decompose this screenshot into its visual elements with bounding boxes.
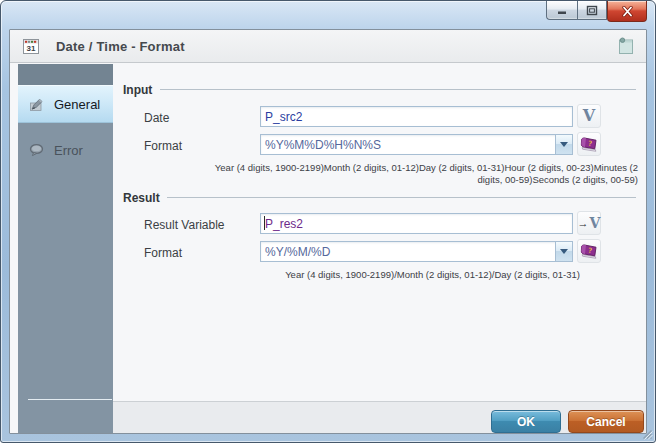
result-group-title: Result (123, 191, 160, 205)
window-controls (546, 1, 647, 23)
sidebar-top-band (18, 64, 113, 85)
chevron-down-icon (560, 249, 568, 254)
dialog-window: 31 Date / Time - Format General (0, 0, 656, 443)
resize-grip[interactable] (640, 427, 653, 440)
result-variable-label: Result Variable (144, 218, 224, 232)
minimize-button[interactable] (546, 1, 577, 20)
assign-arrow-icon: → (578, 218, 589, 229)
sidebar-item-error[interactable]: Error (18, 131, 113, 169)
dialog-title: Date / Time - Format (56, 39, 185, 54)
result-format-value: %Y/%M/%D (261, 245, 555, 259)
assign-variable-button[interactable]: →V (577, 211, 601, 235)
speech-bubble-icon (28, 142, 45, 159)
dropdown-button[interactable] (555, 242, 572, 261)
calendar-31-icon: 31 (22, 37, 40, 55)
result-variable-input[interactable] (260, 213, 573, 234)
close-icon (621, 6, 634, 17)
svg-text:31: 31 (27, 44, 36, 53)
result-format-label: Format (144, 246, 182, 260)
maximize-icon (586, 5, 598, 16)
format-book-icon: ? (579, 243, 599, 260)
minimize-icon (556, 5, 568, 15)
result-variable-field-wrap (260, 213, 573, 234)
input-format-help-button[interactable]: ? (577, 132, 601, 156)
input-format-label: Format (144, 139, 182, 153)
sticky-note-icon[interactable] (618, 36, 634, 55)
close-button[interactable] (607, 1, 647, 22)
variable-picker-button[interactable]: V (577, 104, 601, 128)
sidebar-divider (28, 399, 112, 400)
input-format-value: %Y%M%D%H%N%S (261, 138, 555, 152)
format-book-icon: ? (579, 136, 599, 153)
sidebar-item-label: Error (54, 143, 83, 158)
input-format-combobox[interactable]: %Y%M%D%H%N%S (260, 134, 573, 155)
result-format-combobox[interactable]: %Y/%M/%D (260, 241, 573, 262)
date-input[interactable] (260, 106, 573, 127)
input-format-help-text: Year (4 digits, 1900-2199)Month (2 digit… (190, 162, 638, 185)
pencil-edit-icon (28, 96, 45, 113)
maximize-button[interactable] (577, 1, 607, 20)
cancel-button[interactable]: Cancel (568, 410, 644, 433)
sidebar: General Error (18, 64, 113, 433)
date-time-format-dialog: 31 Date / Time - Format General (9, 29, 647, 434)
result-format-help-text: Year (4 digits, 1900-2199)/Month (2 digi… (190, 269, 580, 281)
ok-button[interactable]: OK (491, 410, 561, 433)
variable-v-icon: V (583, 108, 595, 124)
result-group-line (167, 197, 636, 198)
result-format-help-button[interactable]: ? (577, 239, 601, 263)
sidebar-item-general[interactable]: General (18, 85, 113, 123)
dialog-footer: OK Cancel (113, 401, 646, 433)
input-group-line (160, 89, 636, 90)
input-group-title: Input (123, 83, 152, 97)
dropdown-button[interactable] (555, 135, 572, 154)
date-label: Date (144, 111, 169, 125)
sidebar-item-label: General (54, 97, 100, 112)
chevron-down-icon (560, 142, 568, 147)
dialog-header: 31 Date / Time - Format (10, 30, 646, 63)
variable-v-icon: V (590, 216, 601, 230)
text-caret (264, 216, 265, 230)
